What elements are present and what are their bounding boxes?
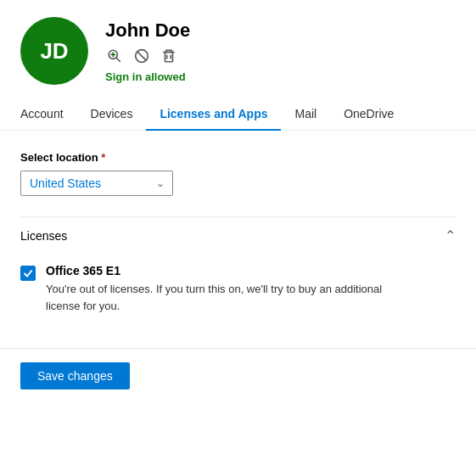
- tab-licenses-and-apps[interactable]: Licenses and Apps: [146, 98, 281, 131]
- delete-icon[interactable]: [160, 47, 178, 65]
- licenses-section-header[interactable]: Licenses ⌃: [20, 217, 456, 254]
- tab-bar: Account Devices Licenses and Apps Mail O…: [0, 98, 476, 131]
- tab-devices[interactable]: Devices: [77, 98, 147, 131]
- location-label: Select location *: [20, 151, 456, 164]
- svg-rect-6: [165, 52, 173, 61]
- tab-content: Select location * United States United K…: [0, 131, 476, 341]
- user-actions: [105, 47, 190, 65]
- collapse-icon: ⌃: [445, 227, 456, 244]
- svg-line-5: [137, 51, 146, 60]
- avatar: JD: [20, 17, 88, 85]
- tab-mail[interactable]: Mail: [281, 98, 330, 131]
- license-name: Office 365 E1: [46, 264, 411, 277]
- required-indicator: *: [98, 151, 106, 164]
- license-checkbox[interactable]: [20, 266, 36, 281]
- user-header: JD John Doe: [0, 0, 476, 98]
- user-name: John Doe: [105, 20, 190, 42]
- tab-account[interactable]: Account: [20, 98, 77, 131]
- location-field: Select location * United States United K…: [20, 151, 456, 196]
- license-checkbox-wrapper: [20, 266, 36, 281]
- license-item: Office 365 E1 You're out of licenses. If…: [20, 254, 456, 324]
- location-select-wrapper: United States United Kingdom Canada Aust…: [20, 171, 173, 196]
- footer: Save changes: [0, 348, 476, 403]
- tab-onedrive[interactable]: OneDrive: [330, 98, 407, 131]
- avatar-initials: JD: [40, 38, 68, 64]
- search-icon[interactable]: [105, 47, 124, 65]
- save-button[interactable]: Save changes: [20, 362, 130, 389]
- location-select[interactable]: United States United Kingdom Canada Aust…: [20, 171, 173, 196]
- license-info: Office 365 E1 You're out of licenses. If…: [46, 264, 411, 314]
- license-description: You're out of licenses. If you turn this…: [46, 281, 411, 314]
- sign-in-status: Sign in allowed: [105, 70, 190, 83]
- block-icon[interactable]: [132, 47, 151, 65]
- svg-line-1: [116, 58, 120, 62]
- user-info: John Doe: [105, 20, 190, 83]
- licenses-section-title: Licenses: [20, 229, 67, 243]
